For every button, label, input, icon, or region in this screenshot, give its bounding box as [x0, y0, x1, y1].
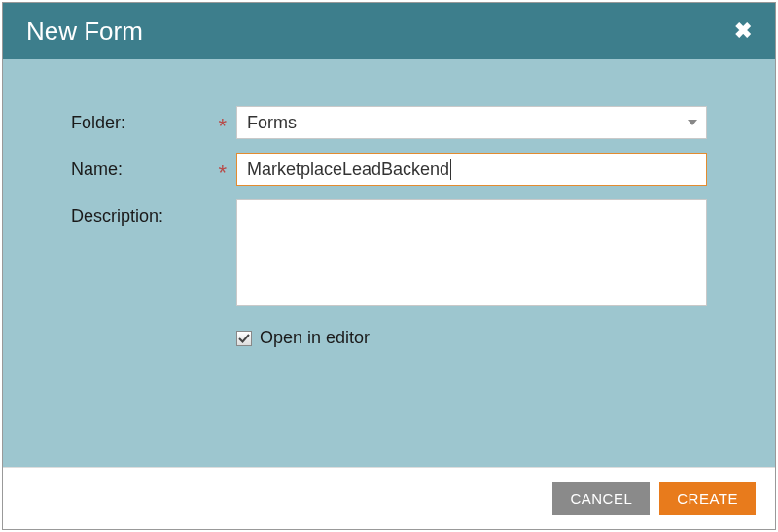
description-textarea[interactable]: [236, 199, 707, 306]
description-label: Description:: [71, 206, 163, 227]
description-field-cell: [236, 199, 707, 310]
required-icon: *: [218, 162, 227, 184]
name-label: Name:: [71, 160, 123, 180]
required-icon: *: [218, 116, 227, 137]
folder-label-cell: Folder: *: [71, 106, 236, 139]
folder-row: Folder: * Forms: [71, 106, 707, 139]
folder-label: Folder:: [71, 113, 125, 133]
new-form-dialog: New Form ✖ Folder: * Forms Name: *: [2, 2, 776, 530]
name-label-cell: Name: *: [71, 153, 236, 186]
close-icon[interactable]: ✖: [734, 20, 752, 42]
folder-select[interactable]: Forms: [236, 106, 707, 139]
dialog-titlebar: New Form ✖: [3, 3, 775, 59]
dialog-title: New Form: [26, 17, 143, 47]
open-in-editor-label[interactable]: Open in editor: [260, 328, 370, 348]
dialog-footer: CANCEL CREATE: [3, 467, 775, 529]
name-input-value: MarketplaceLeadBackend: [247, 160, 449, 180]
chevron-down-icon: [688, 120, 697, 125]
dialog-body: Folder: * Forms Name: * MarketplaceLeadB…: [3, 59, 775, 467]
folder-select-value: Forms: [247, 113, 297, 133]
open-in-editor-checkbox[interactable]: [236, 331, 252, 346]
description-label-cell: Description:: [71, 199, 236, 232]
folder-field-cell: Forms: [236, 106, 707, 139]
create-button[interactable]: CREATE: [659, 482, 756, 515]
name-field-cell: MarketplaceLeadBackend: [236, 153, 707, 186]
cancel-button[interactable]: CANCEL: [552, 482, 650, 515]
open-in-editor-row: Open in editor: [236, 328, 707, 348]
check-icon: [238, 333, 250, 344]
description-row: Description:: [71, 199, 707, 310]
name-row: Name: * MarketplaceLeadBackend: [71, 153, 707, 186]
name-input[interactable]: MarketplaceLeadBackend: [236, 153, 707, 186]
text-cursor-icon: [450, 159, 451, 180]
